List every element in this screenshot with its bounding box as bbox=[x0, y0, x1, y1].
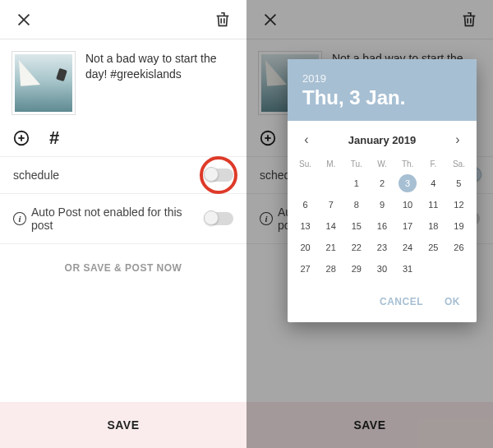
autopost-toggle[interactable] bbox=[205, 212, 233, 225]
calendar-day[interactable]: 29 bbox=[343, 258, 369, 279]
calendar-day[interactable]: 21 bbox=[318, 237, 343, 258]
calendar-day[interactable]: 16 bbox=[369, 215, 394, 237]
calendar-day[interactable]: 9 bbox=[369, 194, 394, 215]
close-icon[interactable] bbox=[12, 7, 36, 32]
calendar-empty bbox=[293, 173, 318, 194]
calendar-day[interactable]: 31 bbox=[395, 258, 421, 279]
calendar-day[interactable]: 26 bbox=[446, 237, 472, 258]
calendar-day[interactable]: 18 bbox=[421, 215, 446, 237]
compose-screen-with-picker: Not a bad way to start the day! #greekis… bbox=[246, 0, 493, 448]
calendar-day[interactable]: 12 bbox=[446, 194, 472, 215]
calendar-day[interactable]: 1 bbox=[343, 173, 369, 194]
compose-screen: Not a bad way to start the day! #greekis… bbox=[0, 0, 246, 448]
calendar-empty bbox=[446, 258, 472, 279]
calendar-empty bbox=[318, 173, 343, 194]
calendar-empty bbox=[421, 258, 446, 279]
calendar-day[interactable]: 17 bbox=[395, 215, 421, 237]
calendar-day[interactable]: 5 bbox=[446, 173, 472, 194]
autopost-label: Auto Post not enabled for this post bbox=[31, 206, 205, 232]
dow-label: Sa. bbox=[446, 155, 472, 173]
dow-label: Th. bbox=[395, 155, 421, 173]
date-picker-date[interactable]: Thu, 3 Jan. bbox=[302, 86, 462, 109]
calendar-day[interactable]: 3 bbox=[395, 173, 421, 194]
calendar-day[interactable]: 11 bbox=[421, 194, 446, 215]
calendar-day[interactable]: 6 bbox=[293, 194, 318, 215]
calendar-day[interactable]: 28 bbox=[318, 258, 343, 279]
calendar-day[interactable]: 7 bbox=[318, 194, 343, 215]
calendar-day[interactable]: 30 bbox=[369, 258, 394, 279]
calendar-day[interactable]: 8 bbox=[343, 194, 369, 215]
date-picker-actions: CANCEL OK bbox=[288, 284, 477, 322]
calendar-day[interactable]: 2 bbox=[369, 173, 394, 194]
calendar-day[interactable]: 10 bbox=[395, 194, 421, 215]
calendar-day[interactable]: 24 bbox=[395, 237, 421, 258]
ok-button[interactable]: OK bbox=[436, 291, 468, 312]
topbar bbox=[0, 0, 246, 39]
dow-label: Su. bbox=[293, 155, 318, 173]
calendar-day[interactable]: 15 bbox=[343, 215, 369, 237]
or-save-post-now[interactable]: OR SAVE & POST NOW bbox=[0, 244, 246, 292]
calendar-day[interactable]: 27 bbox=[293, 258, 318, 279]
save-button[interactable]: SAVE bbox=[0, 402, 246, 448]
schedule-label: schedule bbox=[13, 169, 59, 182]
dow-label: M. bbox=[318, 155, 343, 173]
autopost-row: i Auto Post not enabled for this post bbox=[0, 194, 246, 244]
dow-label: W. bbox=[369, 155, 394, 173]
calendar-day[interactable]: 13 bbox=[293, 215, 318, 237]
post-row: Not a bad way to start the day! #greekis… bbox=[0, 39, 246, 123]
post-thumbnail[interactable] bbox=[12, 51, 76, 115]
calendar-day[interactable]: 23 bbox=[369, 237, 394, 258]
schedule-toggle[interactable] bbox=[205, 169, 233, 182]
date-picker-nav: ‹ January 2019 › bbox=[288, 121, 477, 154]
add-icon[interactable] bbox=[12, 128, 31, 148]
calendar-day[interactable]: 22 bbox=[343, 237, 369, 258]
calendar-day[interactable]: 14 bbox=[318, 215, 343, 237]
calendar-day[interactable]: 4 bbox=[421, 173, 446, 194]
dow-label: Tu. bbox=[343, 155, 369, 173]
calendar-day[interactable]: 25 bbox=[421, 237, 446, 258]
dow-label: F. bbox=[421, 155, 446, 173]
schedule-row: schedule bbox=[0, 157, 246, 194]
action-row: # bbox=[0, 123, 246, 157]
post-caption[interactable]: Not a bad way to start the day! #greekis… bbox=[76, 51, 235, 115]
date-picker-year[interactable]: 2019 bbox=[302, 72, 462, 85]
calendar-day[interactable]: 19 bbox=[446, 215, 472, 237]
info-icon: i bbox=[13, 212, 26, 225]
cancel-button[interactable]: CANCEL bbox=[371, 291, 431, 312]
hashtag-icon[interactable]: # bbox=[44, 128, 64, 148]
month-title: January 2019 bbox=[348, 134, 416, 146]
next-month-icon[interactable]: › bbox=[447, 129, 468, 150]
date-picker-header: 2019 Thu, 3 Jan. bbox=[288, 59, 477, 121]
calendar-day[interactable]: 20 bbox=[293, 237, 318, 258]
prev-month-icon[interactable]: ‹ bbox=[296, 129, 317, 150]
trash-icon[interactable] bbox=[210, 7, 235, 32]
calendar-grid: Su.M.Tu.W.Th.F.Sa.1234567891011121314151… bbox=[288, 154, 477, 284]
date-picker: 2019 Thu, 3 Jan. ‹ January 2019 › Su.M.T… bbox=[288, 59, 477, 322]
